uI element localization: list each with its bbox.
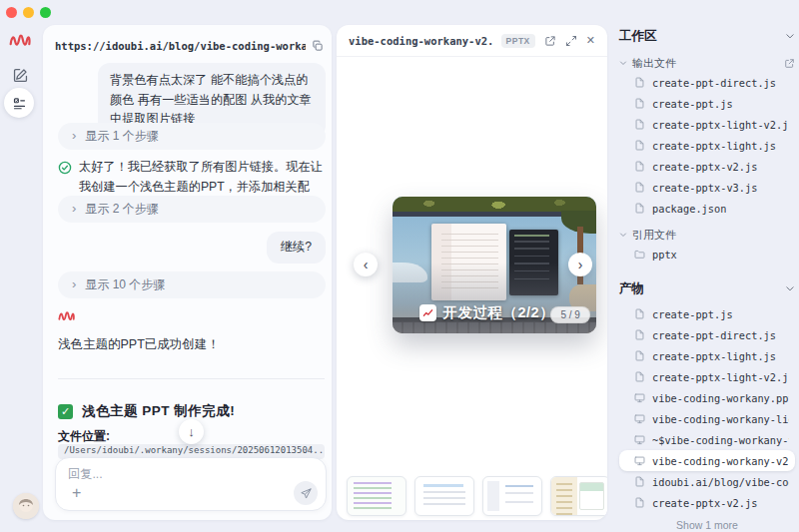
file-type-badge: PPTX [501,34,535,48]
show-more-button[interactable]: Show 1 more [619,519,795,531]
file-name: package.json [652,203,726,215]
folder-icon [633,249,645,260]
open-external-button[interactable] [544,35,556,47]
success-message: 浅色主题的PPT已成功创建！ [58,336,220,353]
file-item[interactable]: package.json [619,198,795,219]
file-name: create-pptx-light.js [652,140,776,152]
slide-thumbnail[interactable] [550,476,607,516]
file-item[interactable]: create-pptx-v2.js [619,492,795,513]
slide-caption: 开发过程（2/2） [419,303,555,322]
workspace-title: 工作区 [619,28,785,45]
assistant-logo-icon [58,310,75,321]
artifacts-header[interactable]: 产物 [619,277,795,299]
page-indicator: 5 / 9 [550,306,589,323]
file-item[interactable]: create-pptx-light.js [619,135,795,156]
pencil-square-icon [12,67,29,84]
open-files-external-button[interactable] [784,58,795,69]
file-icon [633,77,645,88]
file-item[interactable]: create-ppt.js [619,93,795,114]
file-item[interactable]: create-pptx-v3.js [619,177,795,198]
slide-title: 开发过程（2/2） [443,303,555,322]
window-controls [6,7,51,18]
chevron-down-icon [619,59,627,67]
section-reference-files[interactable]: 引用文件 [619,226,795,244]
file-icon [633,476,645,487]
file-item[interactable]: vibe-coding-workany-lig… [619,408,795,429]
file-location-label: 文件位置: [58,428,110,445]
next-slide-button[interactable]: › [568,253,592,276]
expand-icon [565,35,577,47]
add-attachment-button[interactable]: + [68,483,85,503]
file-item[interactable]: create-pptx-light-v2.js [619,366,795,387]
step-toggle-2[interactable]: › 显示 2 个步骤 [58,196,326,223]
file-name: create-ppt.js [652,98,733,110]
step-toggle-3[interactable]: › 显示 10 个步骤 [58,271,326,298]
thumbnail-strip [347,476,607,516]
tasks-button[interactable] [4,88,34,118]
file-item[interactable]: idoubi.ai/blog/vibe-cod… [619,471,795,492]
preview-filename: vibe-coding-workany-v2.p... [349,35,492,47]
external-link-icon [784,58,795,69]
prev-slide-button[interactable]: ‹ [354,253,378,276]
url-text: https://idoubi.ai/blog/vibe-coding-worka… [55,40,306,52]
divider [58,378,325,379]
workspace-header[interactable]: 工作区 [619,25,795,47]
file-item[interactable]: create-pptx-v2.js [619,156,795,177]
compose-button[interactable] [11,66,29,84]
copy-button[interactable] [312,40,324,52]
file-icon [633,329,645,340]
scroll-down-button[interactable]: ↓ [179,419,204,444]
file-item[interactable]: ~$vibe-coding-workany-v… [619,429,795,450]
chevron-down-icon [785,283,795,293]
file-name: vibe-coding-workany-lig… [652,413,789,425]
expand-button[interactable] [565,35,577,47]
user-avatar[interactable] [13,493,39,519]
composer: + [55,457,327,511]
slide-thumbnail[interactable] [414,476,474,516]
file-item[interactable]: create-pptx-light.js [619,345,795,366]
file-name: create-pptx-v2.js [652,497,757,509]
left-rail [0,25,40,532]
file-name: pptx [652,249,677,261]
section-label: 输出文件 [632,56,779,71]
chevron-left-icon: ‹ [364,258,369,271]
file-name: create-pptx-v3.js [652,182,757,194]
chevron-down-icon [619,231,627,239]
checklist-icon [12,96,27,111]
chat-panel: https://idoubi.ai/blog/vibe-coding-worka… [43,25,332,520]
file-name: vibe-coding-workany.pptx [652,392,789,404]
file-item[interactable]: create-pptx-light-v2.js [619,114,795,135]
chevron-down-icon [785,31,795,41]
arrow-down-icon: ↓ [188,424,195,439]
section-output-files[interactable]: 输出文件 [619,54,795,72]
chevron-right-icon: › [72,277,76,290]
slide-image[interactable]: 开发过程（2/2） 5 / 9 [393,197,596,333]
file-name: idoubi.ai/blog/vibe-cod… [652,476,789,488]
preview-header: vibe-coding-workany-v2.p... PPTX ✕ [337,25,607,57]
result-row: ✓ 浅色主题 PPT 制作完成! [58,402,325,420]
send-button[interactable] [294,481,318,505]
file-item[interactable]: vibe-coding-workany-v2.… [619,450,795,471]
file-name: create-pptx-light-v2.js [652,371,789,383]
traffic-light-zoom[interactable] [40,7,51,18]
file-icon [633,350,645,361]
step-label: 显示 2 个步骤 [85,201,158,218]
traffic-light-minimize[interactable] [23,7,34,18]
file-item[interactable]: create-ppt.js [619,303,795,324]
step-toggle-1[interactable]: › 显示 1 个步骤 [58,123,326,150]
close-button[interactable]: ✕ [586,34,595,47]
presentation-icon [633,434,645,445]
traffic-light-close[interactable] [6,7,17,18]
file-item[interactable]: create-ppt-direct.js [619,324,795,345]
file-name: create-ppt-direct.js [652,329,776,341]
file-name: create-ppt.js [652,308,733,320]
result-title: 浅色主题 PPT 制作完成! [82,402,235,420]
slide-thumbnail[interactable] [347,476,406,516]
presentation-icon [633,413,645,424]
file-item[interactable]: create-ppt-direct.js [619,72,795,93]
slide-thumbnail[interactable] [482,476,542,516]
file-item[interactable]: pptx [619,244,795,265]
file-item[interactable]: vibe-coding-workany.pptx [619,387,795,408]
presentation-icon [633,455,645,466]
preview-panel: vibe-coding-workany-v2.p... PPTX ✕ ‹ › [337,25,607,520]
